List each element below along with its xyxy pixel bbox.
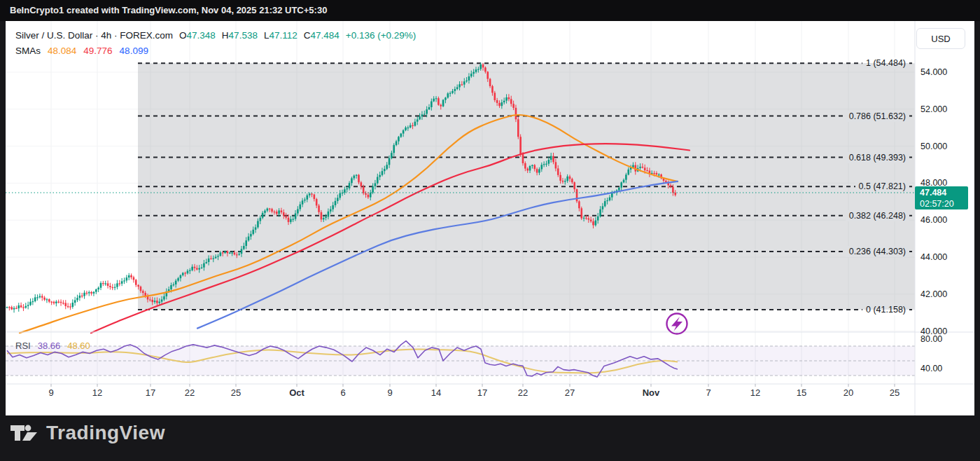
- time-axis-label[interactable]: 22: [185, 387, 195, 398]
- time-axis-label[interactable]: 15: [797, 387, 806, 398]
- price-axis-label[interactable]: 46.000: [920, 215, 947, 225]
- rsi-legend[interactable]: RSI 38.66 48.60: [15, 340, 90, 351]
- ohlc-value: 47.112: [269, 30, 297, 41]
- tradingview-logo-icon: [10, 421, 38, 445]
- sma-legend-label: SMAs: [15, 46, 41, 56]
- time-axis-label[interactable]: 17: [146, 387, 155, 398]
- price-axis-label[interactable]: 50.000: [920, 142, 947, 151]
- rsi-ma-value: 48.60: [67, 340, 90, 351]
- time-axis-label[interactable]: 25: [890, 387, 899, 398]
- time-axis-label[interactable]: 12: [750, 387, 760, 398]
- sma-values: 48.08449.77648.099: [48, 46, 148, 56]
- ohlc-value: 47.348: [187, 30, 216, 41]
- price-axis-label[interactable]: 52.000: [920, 104, 947, 114]
- rsi-value: 38.66: [38, 340, 61, 351]
- ohlc-value: 47.538: [229, 30, 258, 41]
- fib-level-label[interactable]: 0.5 (47.821): [855, 181, 909, 192]
- time-axis-label[interactable]: 7: [706, 387, 710, 398]
- time-axis-label[interactable]: 20: [844, 387, 853, 398]
- rsi-legend-label: RSI: [15, 340, 31, 351]
- fib-level-label[interactable]: 0.236 (44.303): [846, 246, 909, 257]
- time-axis-label[interactable]: Oct: [289, 387, 304, 398]
- price-axis-label[interactable]: 42.000: [920, 289, 947, 299]
- rsi-axis-label[interactable]: 80.00: [920, 334, 942, 344]
- symbol-title: Silver / U.S. Dollar · 4h · FOREX.com: [15, 30, 173, 41]
- time-axis-label[interactable]: 17: [477, 387, 487, 398]
- ohlc-value: 47.484: [310, 30, 339, 41]
- ohlc-key: C: [304, 30, 311, 41]
- sma-legend-value: 48.084: [48, 46, 76, 56]
- sma-legend-value: 49.776: [83, 46, 112, 56]
- fib-level-label[interactable]: 0 (41.158): [862, 304, 909, 315]
- sma-legend[interactable]: SMAs 48.08449.77648.099: [15, 46, 148, 56]
- time-axis-label[interactable]: 14: [431, 387, 441, 398]
- symbol-legend[interactable]: Silver / U.S. Dollar · 4h · FOREX.com O4…: [15, 30, 416, 41]
- rsi-axis-label[interactable]: 40.00: [920, 364, 942, 373]
- fib-level-label[interactable]: 0.382 (46.248): [846, 210, 909, 221]
- time-axis-label[interactable]: 12: [92, 387, 102, 398]
- ohlc-values: O47.348H47.538L47.112C47.484: [179, 30, 340, 41]
- fib-level-label[interactable]: 0.618 (49.393): [846, 152, 909, 163]
- time-axis-label[interactable]: 25: [231, 387, 241, 398]
- ohlc-key: H: [222, 30, 229, 41]
- ohlc-item: H47.538: [222, 30, 258, 41]
- change-value: +0.136 (+0.29%): [346, 30, 416, 41]
- time-axis-label[interactable]: 22: [518, 387, 528, 398]
- last-price-badge: 47.484 02:57:20: [915, 186, 968, 209]
- tradingview-watermark: TradingView: [10, 421, 165, 445]
- tradingview-watermark-text: TradingView: [46, 422, 165, 444]
- time-axis-label[interactable]: 9: [387, 387, 392, 398]
- ohlc-key: O: [179, 30, 187, 41]
- time-axis-label[interactable]: Nov: [643, 387, 660, 398]
- price-axis-label[interactable]: 54.000: [920, 67, 947, 77]
- ohlc-item: O47.348: [179, 30, 216, 41]
- ohlc-item: C47.484: [304, 30, 340, 41]
- ohlc-item: L47.112: [264, 30, 298, 41]
- price-axis-label[interactable]: 44.000: [920, 252, 947, 262]
- bar-countdown: 02:57:20: [920, 199, 968, 210]
- time-axis-label[interactable]: 6: [340, 387, 345, 398]
- currency-button[interactable]: USD: [916, 28, 965, 49]
- fib-level-label[interactable]: 0.786 (51.632): [846, 111, 909, 122]
- tradingview-screenshot: BeInCrypto1 created with TradingView.com…: [0, 0, 980, 461]
- currency-button-label: USD: [931, 34, 950, 44]
- sma-legend-value: 48.099: [120, 46, 148, 56]
- last-price-value: 47.484: [920, 188, 968, 199]
- fib-level-label[interactable]: 1 (54.484): [862, 57, 909, 69]
- time-axis-label[interactable]: 9: [48, 387, 53, 398]
- time-axis-label[interactable]: 27: [565, 387, 575, 398]
